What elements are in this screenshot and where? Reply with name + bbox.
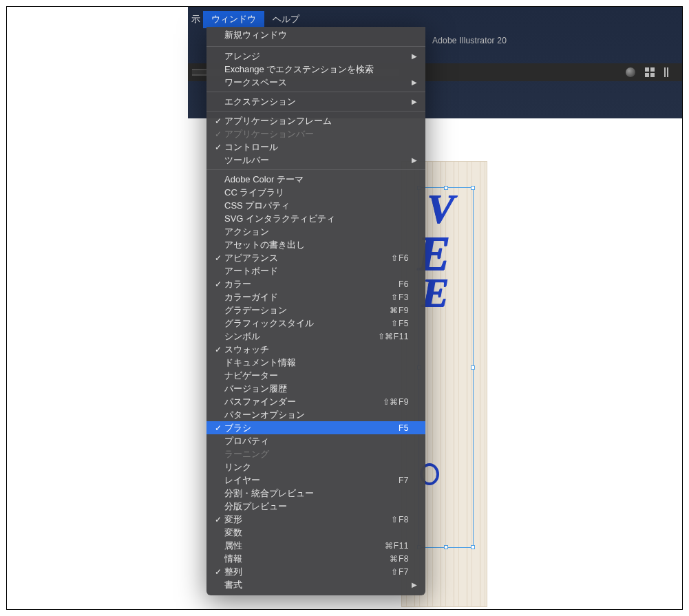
- check-icon: ✓: [212, 142, 224, 152]
- mi-control[interactable]: ✓コントロール: [206, 140, 425, 153]
- separator: [206, 92, 425, 92]
- mi-extension[interactable]: エクステンション▶: [206, 95, 425, 108]
- mi-css-prop[interactable]: CSS プロパティ: [206, 199, 425, 212]
- more-icon[interactable]: [664, 67, 668, 77]
- mi-transform[interactable]: ✓変形⇧F8: [206, 513, 425, 526]
- mi-new-window[interactable]: 新規ウィンドウ: [206, 27, 425, 43]
- mi-symbol[interactable]: シンボル⇧⌘F11: [206, 330, 425, 343]
- mi-doc-info[interactable]: ドキュメント情報: [206, 356, 425, 369]
- mi-action[interactable]: アクション: [206, 225, 425, 238]
- separator: [206, 169, 425, 170]
- chevron-right-icon: ▶: [409, 156, 417, 164]
- mi-color-guide[interactable]: カラーガイド⇧F3: [206, 290, 425, 304]
- chevron-right-icon: ▶: [409, 78, 417, 86]
- mi-sep-prev[interactable]: 分版プレビュー: [206, 500, 425, 513]
- mi-app-frame[interactable]: ✓アプリケーションフレーム: [206, 114, 425, 127]
- mi-brush[interactable]: ✓ブラシF5: [206, 421, 425, 434]
- menu-help[interactable]: ヘルプ: [264, 11, 308, 28]
- mi-property[interactable]: プロパティ: [206, 434, 425, 447]
- mi-exchange[interactable]: Exchange でエクステンションを検索...: [206, 63, 425, 76]
- mi-app-bar: ✓アプリケーションバー: [206, 127, 425, 140]
- mi-version-hist[interactable]: バージョン履歴: [206, 382, 425, 395]
- align-grid-icon[interactable]: [645, 67, 655, 77]
- mi-variable[interactable]: 変数: [206, 526, 425, 539]
- mi-workspace[interactable]: ワークスペース▶: [206, 76, 425, 89]
- toolbar-icons: [626, 63, 668, 81]
- check-icon: ✓: [212, 279, 224, 289]
- handle-mr[interactable]: [471, 365, 475, 370]
- mi-swatch[interactable]: ✓スウォッチ: [206, 343, 425, 356]
- app-frame: 示 ウィンドウ ヘルプ Adobe Illustrator 20 V E E 新…: [6, 6, 683, 610]
- mi-pattern-opt[interactable]: パターンオプション: [206, 408, 425, 421]
- handle-tm[interactable]: [444, 186, 448, 190]
- check-icon: ✓: [212, 253, 224, 263]
- check-icon: ✓: [212, 423, 224, 433]
- mi-appearance[interactable]: ✓アピアランス⇧F6: [206, 251, 425, 264]
- separator: [206, 46, 425, 47]
- menubar-stub[interactable]: 示: [188, 13, 203, 25]
- menubar: 示 ウィンドウ ヘルプ: [188, 12, 308, 27]
- mi-arrange[interactable]: アレンジ▶: [206, 50, 425, 63]
- app-title-fragment: Adobe Illustrator 20: [432, 36, 507, 45]
- mi-layer[interactable]: レイヤーF7: [206, 474, 425, 487]
- check-icon: ✓: [212, 345, 224, 354]
- menu-window[interactable]: ウィンドウ: [203, 11, 264, 28]
- selection-box[interactable]: [418, 187, 474, 548]
- mi-color[interactable]: ✓カラーF6: [206, 277, 425, 290]
- mi-graphic-style[interactable]: グラフィックスタイル⇧F5: [206, 317, 425, 330]
- check-icon: ✓: [212, 567, 224, 577]
- window-menu-dropdown: 新規ウィンドウ アレンジ▶ Exchange でエクステンションを検索... ワ…: [206, 27, 425, 595]
- check-icon: ✓: [212, 129, 224, 139]
- mi-attribute[interactable]: 属性⌘F11: [206, 539, 425, 552]
- handle-tr[interactable]: [471, 186, 475, 190]
- mi-toolbar[interactable]: ツールバー▶: [206, 153, 425, 167]
- check-icon: ✓: [212, 515, 224, 524]
- mi-pathfinder[interactable]: パスファインダー⇧⌘F9: [206, 395, 425, 408]
- separator: [206, 111, 425, 111]
- mi-cc-lib[interactable]: CC ライブラリ: [206, 186, 425, 199]
- mi-flatten-prev[interactable]: 分割・統合プレビュー: [206, 487, 425, 500]
- handle-bm[interactable]: [444, 545, 448, 549]
- chevron-right-icon: ▶: [409, 581, 417, 588]
- mi-svg-inter[interactable]: SVG インタラクティビティ: [206, 212, 425, 225]
- mi-gradient[interactable]: グラデーション⌘F9: [206, 304, 425, 317]
- mi-info[interactable]: 情報⌘F8: [206, 552, 425, 565]
- handle-br[interactable]: [471, 545, 475, 549]
- appearance-dot-icon[interactable]: [626, 67, 635, 77]
- mi-align[interactable]: ✓整列⇧F7: [206, 565, 425, 578]
- mi-navigator[interactable]: ナビゲーター: [206, 369, 425, 382]
- mi-adobe-color[interactable]: Adobe Color テーマ: [206, 173, 425, 186]
- mi-type[interactable]: 書式▶: [206, 578, 425, 591]
- mi-link[interactable]: リンク: [206, 460, 425, 474]
- mi-learning: ラーニング: [206, 447, 425, 460]
- check-icon: ✓: [212, 116, 224, 126]
- mi-artboard[interactable]: アートボード: [206, 264, 425, 277]
- chevron-right-icon: ▶: [409, 98, 417, 105]
- mi-asset-export[interactable]: アセットの書き出し: [206, 238, 425, 251]
- chevron-right-icon: ▶: [409, 52, 417, 60]
